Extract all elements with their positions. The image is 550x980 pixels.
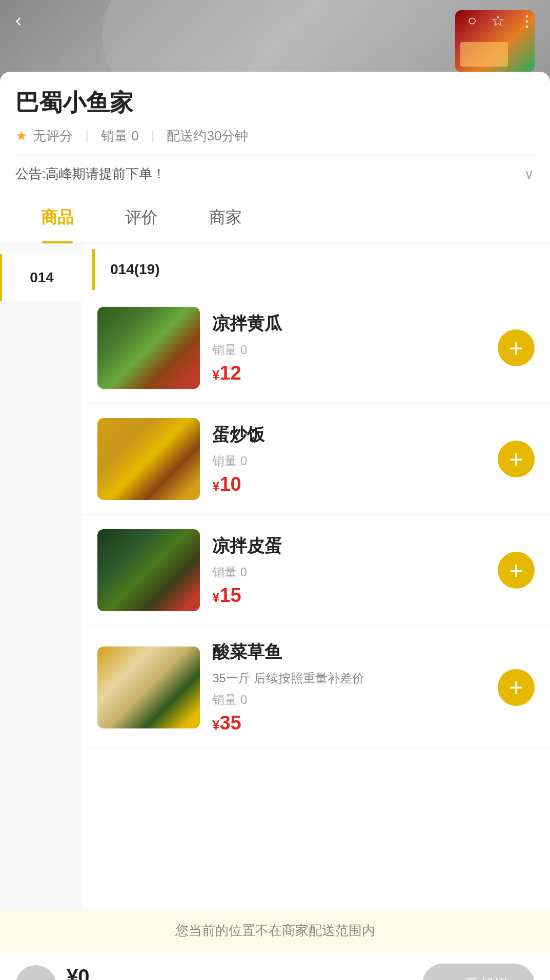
category-sidebar: 014 — [0, 244, 82, 910]
product-info-friedrice: 蛋炒饭 销量 0 ¥10 — [212, 423, 485, 495]
product-image-cucumber — [97, 307, 200, 389]
product-price: ¥15 — [212, 585, 485, 607]
sidebar-item-014[interactable]: 014 — [0, 254, 82, 301]
product-sales: 销量 0 — [212, 342, 485, 358]
cart-price: ¥0 — [67, 965, 412, 980]
cart-info: ¥0 免配送费 — [67, 965, 412, 980]
notice-expand-icon[interactable]: ∨ — [524, 165, 535, 182]
warning-banner: 您当前的位置不在商家配送范围内 — [0, 910, 550, 951]
product-name: 凉拌皮蛋 — [212, 534, 485, 558]
store-delivery: 配送约30分钟 — [167, 127, 248, 145]
checkout-button[interactable]: 30元起送 — [422, 964, 535, 980]
star-icon: ★ — [15, 128, 27, 143]
store-rating: ★ 无评分 — [15, 127, 73, 145]
store-sales: 销量 0 — [101, 127, 139, 145]
meta-divider-1: | — [85, 128, 89, 144]
product-image-fish — [97, 647, 200, 728]
product-image-pidan — [97, 529, 200, 611]
content-area: 014 014(19) 凉拌黄瓜 销量 0 ¥12 + 蛋炒饭 — [0, 244, 550, 910]
product-name: 凉拌黄瓜 — [212, 312, 485, 336]
product-sales: 销量 0 — [212, 564, 485, 580]
product-info-pidan: 凉拌皮蛋 销量 0 ¥15 — [212, 534, 485, 607]
product-price: ¥12 — [212, 362, 485, 384]
notice-text: 公告:高峰期请提前下单！ — [15, 165, 166, 183]
favorite-icon[interactable]: ☆ — [491, 12, 505, 30]
store-info: 巴蜀小鱼家 ★ 无评分 | 销量 0 | 配送约30分钟 公告:高峰期请提前下单… — [0, 72, 550, 192]
store-meta: ★ 无评分 | 销量 0 | 配送约30分钟 — [15, 127, 535, 145]
avatar-icon: ☺ — [26, 974, 47, 980]
add-to-cart-button[interactable]: + — [498, 669, 535, 706]
back-button[interactable]: ‹ — [15, 10, 22, 31]
cart-avatar: ☺ — [15, 965, 56, 981]
category-header: 014(19) — [92, 249, 550, 290]
add-to-cart-button[interactable]: + — [498, 441, 535, 477]
bottom-bar: ☺ ¥0 免配送费 30元起送 — [0, 951, 550, 980]
tab-goods[interactable]: 商品 — [15, 192, 99, 243]
product-name: 蛋炒饭 — [212, 423, 485, 447]
product-image-friedrice — [97, 418, 200, 500]
search-icon[interactable]: ○ — [467, 12, 477, 29]
list-item: 酸菜草鱼 35一斤 后续按照重量补差价 销量 0 ¥35 + — [82, 626, 550, 749]
product-info-cucumber: 凉拌黄瓜 销量 0 ¥12 — [212, 312, 485, 384]
product-info-fish: 酸菜草鱼 35一斤 后续按照重量补差价 销量 0 ¥35 — [212, 640, 485, 734]
list-item: 凉拌皮蛋 销量 0 ¥15 + — [82, 515, 550, 626]
meta-divider-2: | — [151, 128, 155, 144]
product-sales: 销量 0 — [212, 453, 485, 469]
add-to-cart-button[interactable]: + — [498, 329, 535, 366]
hero-banner: ‹ ○ ☆ ⋮ — [0, 0, 550, 82]
product-desc: 35一斤 后续按照重量补差价 — [212, 670, 485, 686]
list-item: 蛋炒饭 销量 0 ¥10 + — [82, 404, 550, 515]
product-list: 014(19) 凉拌黄瓜 销量 0 ¥12 + 蛋炒饭 销量 — [82, 244, 550, 910]
nav-actions: ○ ☆ ⋮ — [467, 12, 535, 30]
product-price: ¥35 — [212, 712, 485, 734]
product-price: ¥10 — [212, 473, 485, 495]
product-sales: 销量 0 — [212, 692, 485, 708]
tab-reviews[interactable]: 评价 — [99, 192, 184, 243]
add-to-cart-button[interactable]: + — [498, 552, 535, 589]
tab-bar: 商品 评价 商家 — [0, 192, 550, 244]
list-item: 凉拌黄瓜 销量 0 ¥12 + — [82, 293, 550, 404]
warning-text: 您当前的位置不在商家配送范围内 — [175, 923, 375, 938]
store-notice[interactable]: 公告:高峰期请提前下单！ ∨ — [15, 155, 535, 192]
product-name: 酸菜草鱼 — [212, 640, 485, 664]
store-name: 巴蜀小鱼家 — [15, 87, 535, 119]
tab-merchant[interactable]: 商家 — [184, 192, 268, 243]
nav-bar: ‹ ○ ☆ ⋮ — [0, 0, 550, 41]
more-icon[interactable]: ⋮ — [519, 12, 535, 30]
